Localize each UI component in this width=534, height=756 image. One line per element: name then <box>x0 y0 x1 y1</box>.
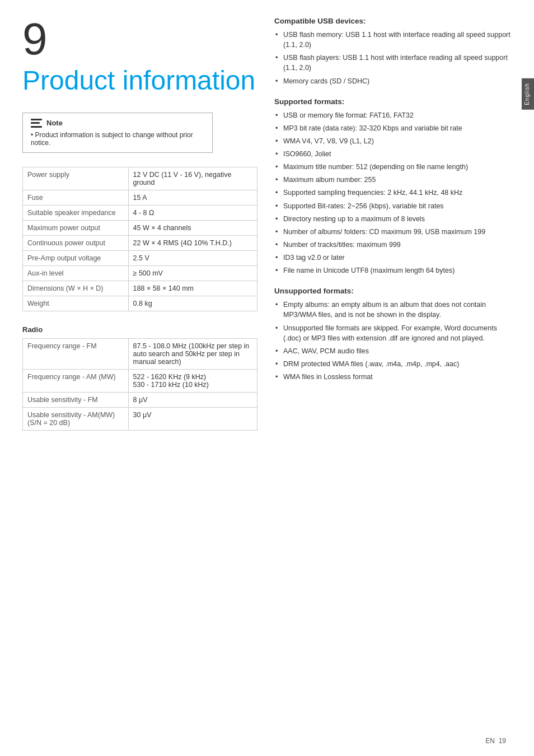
spec-label: Dimensions (W × H × D) <box>23 281 129 296</box>
list-item: WMA V4, V7, V8, V9 (L1, L2) <box>274 136 512 146</box>
spec-label: Fuse <box>23 190 129 205</box>
list-item: ID3 tag v2.0 or later <box>274 253 512 263</box>
spec-label: Continuous power output <box>23 235 129 250</box>
spec-label: Usable sensitivity - AM(MW) (S/N = 20 dB… <box>23 407 129 430</box>
note-box: Note • Product information is subject to… <box>22 113 213 153</box>
table-row: Pre-Amp output voltage2.5 V <box>23 250 257 265</box>
table-row: Frequency range - FM87.5 - 108.0 MHz (10… <box>23 338 257 369</box>
page: English 9Product information Note • Prod… <box>0 0 534 756</box>
spec-value: 15 A <box>128 190 257 205</box>
left-column: 9Product information Note • Product info… <box>22 17 257 739</box>
list-item: ISO9660, Joliet <box>274 149 512 159</box>
list-item: Unsupported file formats are skipped. Fo… <box>274 323 512 343</box>
right-column: Compatible USB devices: USB flash memory… <box>274 17 512 739</box>
spec-label: Usable sensitivity - FM <box>23 392 129 407</box>
table-row: Weight0.8 kg <box>23 296 257 311</box>
supported-formats-heading: Supported formats: <box>274 97 512 106</box>
unsupported-formats-list: Empty albums: an empty album is an album… <box>274 300 512 382</box>
list-item: Memory cards (SD / SDHC) <box>274 76 512 86</box>
table-row: Dimensions (W × H × D)188 × 58 × 140 mm <box>23 281 257 296</box>
radio-section-label: Radio <box>22 325 257 334</box>
list-item: USB or memory file format: FAT16, FAT32 <box>274 110 512 120</box>
table-row: Fuse15 A <box>23 190 257 205</box>
spec-value: 2.5 V <box>128 250 257 265</box>
spec-value: ≥ 500 mV <box>128 265 257 281</box>
content-area: 9Product information Note • Product info… <box>0 0 534 756</box>
table-row: Usable sensitivity - AM(MW) (S/N = 20 dB… <box>23 407 257 430</box>
list-item: Maximum album number: 255 <box>274 175 512 185</box>
list-item: AAC, WAV, PCM audio files <box>274 346 512 356</box>
footer-page: 19 <box>499 737 506 745</box>
supported-formats-list: USB or memory file format: FAT16, FAT32M… <box>274 110 512 276</box>
chapter-heading: 9Product information <box>22 17 257 96</box>
compatible-usb-heading: Compatible USB devices: <box>274 17 512 25</box>
table-row: Power supply12 V DC (11 V - 16 V), negat… <box>23 167 257 190</box>
chapter-title: Product information <box>22 62 255 96</box>
table-row: Maximum power output45 W × 4 channels <box>23 220 257 235</box>
spec-value: 30 μV <box>128 407 257 430</box>
table-row: Aux-in level≥ 500 mV <box>23 265 257 281</box>
list-item: Empty albums: an empty album is an album… <box>274 300 512 320</box>
compatible-usb-list: USB flash memory: USB 1.1 host with inte… <box>274 30 512 86</box>
list-item: Supported Bit-rates: 2~256 (kbps), varia… <box>274 201 512 211</box>
table-row: Frequency range - AM (MW)522 - 1620 KHz … <box>23 369 257 392</box>
chapter-number: 9 <box>22 17 48 62</box>
spec-value: 87.5 - 108.0 MHz (100kHz per step in aut… <box>128 338 257 369</box>
list-item: Number of tracks/titles: maximum 999 <box>274 240 512 250</box>
spec-value: 522 - 1620 KHz (9 kHz) 530 - 1710 kHz (1… <box>128 369 257 392</box>
list-item: Directory nesting up to a maximum of 8 l… <box>274 214 512 224</box>
note-text: • Product information is subject to chan… <box>31 131 204 147</box>
note-header: Note <box>31 119 204 128</box>
radio-specs-table: Frequency range - FM87.5 - 108.0 MHz (10… <box>22 338 257 431</box>
spec-label: Maximum power output <box>23 220 129 235</box>
list-item: WMA files in Lossless format <box>274 372 512 382</box>
list-item: Maximum title number: 512 (depending on … <box>274 162 512 172</box>
spec-label: Weight <box>23 296 129 311</box>
spec-label: Suitable speaker impedance <box>23 205 129 220</box>
spec-label: Pre-Amp output voltage <box>23 250 129 265</box>
spec-value: 188 × 58 × 140 mm <box>128 281 257 296</box>
specs-table: Power supply12 V DC (11 V - 16 V), negat… <box>22 167 257 311</box>
spec-label: Power supply <box>23 167 129 190</box>
page-footer: EN 19 <box>485 737 506 745</box>
list-item: USB flash players: USB 1.1 host with int… <box>274 53 512 73</box>
note-icon <box>31 119 42 128</box>
spec-label: Frequency range - AM (MW) <box>23 369 129 392</box>
footer-label: EN <box>485 737 495 745</box>
list-item: USB flash memory: USB 1.1 host with inte… <box>274 30 512 50</box>
table-row: Continuous power output22 W × 4 RMS (4Ω … <box>23 235 257 250</box>
note-label: Note <box>46 119 63 127</box>
table-row: Suitable speaker impedance4 - 8 Ω <box>23 205 257 220</box>
list-item: Number of albums/ folders: CD maximum 99… <box>274 227 512 237</box>
table-row: Usable sensitivity - FM8 μV <box>23 392 257 407</box>
spec-value: 4 - 8 Ω <box>128 205 257 220</box>
spec-value: 22 W × 4 RMS (4Ω 10% T.H.D.) <box>128 235 257 250</box>
list-item: File name in Unicode UTF8 (maximum lengt… <box>274 265 512 276</box>
spec-value: 45 W × 4 channels <box>128 220 257 235</box>
side-tab: English <box>522 78 534 110</box>
spec-value: 0.8 kg <box>128 296 257 311</box>
spec-value: 12 V DC (11 V - 16 V), negative ground <box>128 167 257 190</box>
list-item: DRM protected WMA files (.wav, .m4a, .m4… <box>274 359 512 369</box>
spec-value: 8 μV <box>128 392 257 407</box>
spec-label: Frequency range - FM <box>23 338 129 369</box>
list-item: MP3 bit rate (data rate): 32-320 Kbps an… <box>274 123 512 133</box>
list-item: Supported sampling frequencies: 2 kHz, 4… <box>274 188 512 198</box>
spec-label: Aux-in level <box>23 265 129 281</box>
unsupported-formats-heading: Unsupported formats: <box>274 287 512 295</box>
